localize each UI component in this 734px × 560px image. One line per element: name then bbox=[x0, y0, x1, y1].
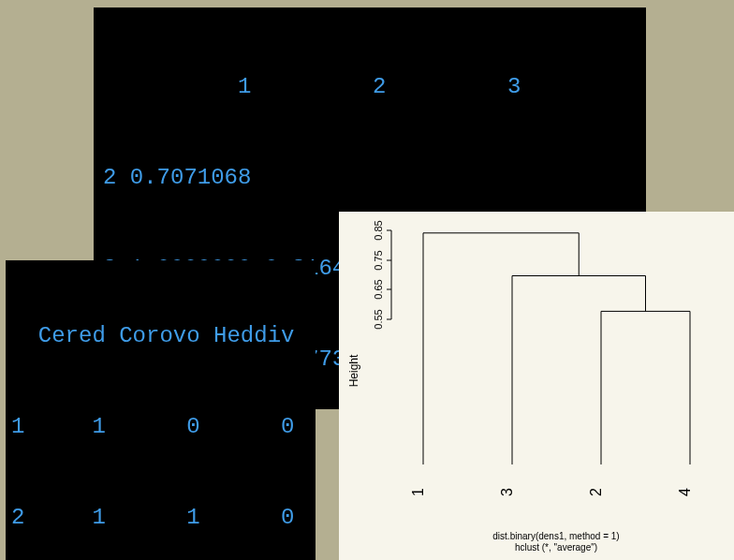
leaf-label: 3 bbox=[499, 488, 515, 496]
y-axis-label: Height bbox=[347, 354, 360, 387]
y-axis: 0.85 0.75 0.65 0.55 Height bbox=[347, 220, 391, 387]
dendrogram-tree bbox=[423, 233, 690, 464]
dist-row: 2 0.7071068 bbox=[103, 163, 637, 193]
leaf-label: 2 bbox=[588, 488, 604, 496]
ytick: 0.55 bbox=[373, 309, 384, 329]
plot-subtitle-1: dist.binary(dens1, method = 1) bbox=[492, 531, 619, 541]
table-header: Cered Corovo Heddiv bbox=[11, 321, 310, 351]
leaf-label: 1 bbox=[410, 488, 426, 496]
dendrogram-plot: 0.85 0.75 0.65 0.55 Height 1 3 2 4 bbox=[339, 212, 734, 560]
data-table-console: Cered Corovo Heddiv 1 1 0 0 2 1 1 0 3 0 … bbox=[6, 260, 316, 560]
table-row: 2 1 1 0 bbox=[11, 503, 310, 533]
ytick: 0.85 bbox=[373, 220, 384, 240]
table-row: 1 1 0 0 bbox=[11, 412, 310, 442]
ytick: 0.75 bbox=[373, 250, 384, 270]
plot-subtitle-2: hclust (*, "average") bbox=[515, 542, 597, 553]
dist-header: 1 2 3 bbox=[103, 72, 637, 102]
leaf-label: 4 bbox=[677, 488, 693, 496]
dendrogram-svg: 0.85 0.75 0.65 0.55 Height 1 3 2 4 bbox=[339, 212, 734, 560]
ytick: 0.65 bbox=[373, 279, 384, 299]
